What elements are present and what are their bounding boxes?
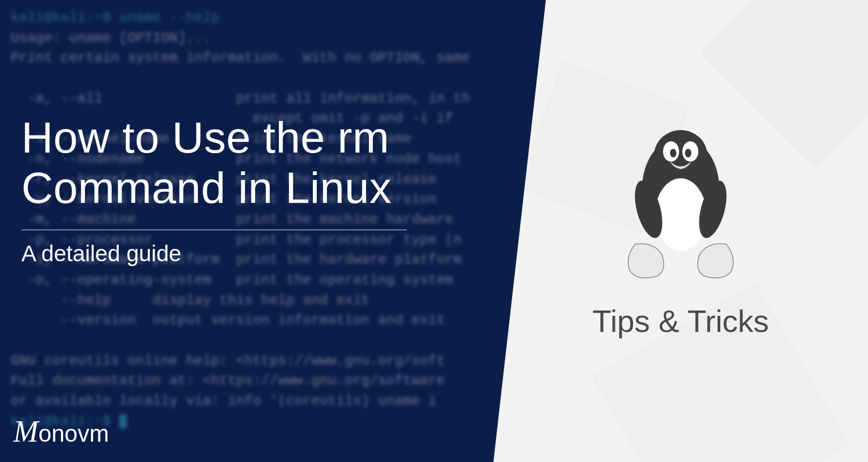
terminal-line: --version output version information and… (11, 312, 445, 328)
terminal-prompt: kali@kali:~$ uname --help (11, 10, 219, 26)
terminal-line: GNU coreutils online help: <https://www.… (11, 353, 445, 369)
svg-point-6 (685, 149, 691, 157)
title-divider (21, 230, 407, 230)
svg-point-1 (654, 130, 707, 181)
title-line-1: How to Use the rm (21, 112, 407, 163)
main-title: How to Use the rm Command in Linux (21, 112, 407, 214)
tux-linux-icon (611, 124, 750, 284)
left-panel: kali@kali:~$ uname --help Usage: uname [… (0, 0, 546, 462)
title-line-2: Command in Linux (21, 163, 407, 213)
logo-m-glyph: M (13, 414, 39, 449)
banner-container: kali@kali:~$ uname --help Usage: uname [… (0, 0, 868, 462)
terminal-line: Print certain system information. With n… (11, 50, 470, 66)
tips-tricks-label: Tips & Tricks (592, 303, 769, 339)
subtitle: A detailed guide (21, 241, 407, 267)
logo-text: onovm (39, 420, 109, 447)
terminal-line: --help display this help and exit (11, 292, 370, 308)
svg-point-5 (670, 149, 676, 157)
monovm-logo: Monovm (13, 414, 109, 449)
terminal-line: -a, --all print all information, in th (11, 90, 470, 107)
svg-point-2 (655, 178, 706, 251)
terminal-line: Usage: uname [OPTION]... (11, 30, 211, 46)
terminal-line: -o, --operating-system print the operati… (11, 272, 453, 288)
terminal-line: Full documentation at: <https://www.gnu.… (11, 373, 445, 389)
right-panel: Tips & Tricks (493, 0, 868, 462)
terminal-line: or available locally via: info '(coreuti… (11, 393, 437, 409)
title-block: How to Use the rm Command in Linux A det… (21, 112, 407, 267)
cursor-block (119, 414, 127, 428)
